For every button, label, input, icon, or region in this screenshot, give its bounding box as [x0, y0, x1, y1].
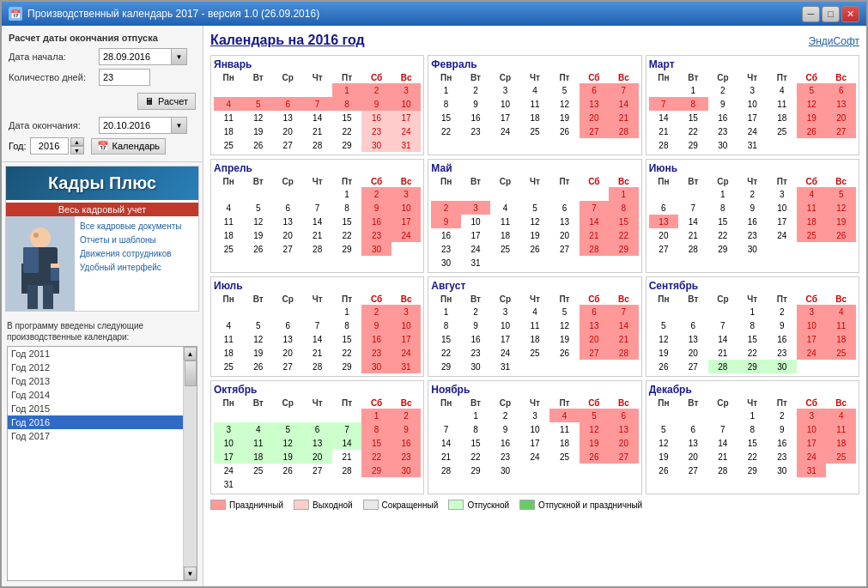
day-cell[interactable]: 4 — [214, 97, 243, 111]
day-cell[interactable]: 8 — [678, 97, 707, 111]
day-cell[interactable]: 19 — [243, 124, 272, 138]
day-cell[interactable]: 27 — [826, 124, 856, 138]
day-cell[interactable]: 7 — [431, 422, 460, 436]
day-cell[interactable]: 7 — [580, 201, 609, 215]
day-cell[interactable]: 16 — [461, 111, 490, 124]
day-cell[interactable]: 28 — [431, 464, 460, 477]
day-cell[interactable]: 23 — [490, 450, 519, 464]
day-cell[interactable]: 2 — [768, 305, 797, 318]
calendar-button[interactable]: 📅 Календарь — [91, 138, 167, 155]
day-cell[interactable]: 26 — [580, 450, 609, 464]
day-cell[interactable]: 10 — [392, 97, 422, 111]
day-cell[interactable]: 1 — [431, 83, 460, 97]
day-cell[interactable]: 15 — [678, 111, 707, 124]
day-cell[interactable]: 29 — [361, 464, 391, 477]
day-cell[interactable]: 16 — [461, 332, 490, 346]
day-cell[interactable]: 21 — [302, 346, 331, 360]
day-cell[interactable]: 31 — [797, 464, 826, 477]
day-cell[interactable]: 18 — [549, 436, 579, 450]
day-cell[interactable]: 31 — [392, 360, 422, 373]
day-cell[interactable]: 29 — [332, 242, 361, 256]
day-cell[interactable]: 25 — [797, 228, 826, 242]
day-cell[interactable]: 27 — [549, 242, 579, 256]
day-cell[interactable]: 8 — [609, 201, 639, 215]
day-cell[interactable]: 18 — [797, 215, 826, 228]
day-cell[interactable]: 27 — [273, 138, 302, 152]
day-cell[interactable]: 1 — [737, 305, 767, 318]
days-field[interactable] — [99, 69, 150, 86]
day-cell[interactable]: 7 — [649, 97, 678, 111]
day-cell[interactable]: 11 — [520, 97, 549, 111]
day-cell[interactable]: 3 — [392, 83, 422, 97]
day-cell[interactable]: 2 — [361, 305, 391, 318]
day-cell[interactable]: 22 — [431, 346, 460, 360]
day-cell[interactable]: 9 — [392, 422, 422, 436]
day-cell[interactable]: 18 — [214, 228, 243, 242]
day-cell[interactable]: 18 — [490, 228, 519, 242]
day-cell[interactable]: 6 — [678, 422, 707, 436]
day-cell[interactable]: 1 — [609, 187, 639, 201]
day-cell[interactable]: 22 — [431, 124, 460, 138]
day-cell[interactable]: 20 — [580, 111, 609, 124]
day-cell[interactable]: 4 — [214, 318, 243, 332]
day-cell[interactable]: 28 — [332, 464, 361, 477]
day-cell[interactable]: 12 — [549, 97, 579, 111]
day-cell[interactable]: 2 — [708, 83, 737, 97]
day-cell[interactable]: 1 — [332, 187, 361, 201]
day-cell[interactable]: 7 — [609, 305, 639, 318]
day-cell[interactable]: 15 — [737, 332, 767, 346]
day-cell[interactable]: 12 — [243, 215, 272, 228]
year-up-btn[interactable]: ▲ — [70, 137, 84, 146]
day-cell[interactable]: 9 — [708, 97, 737, 111]
day-cell[interactable]: 13 — [273, 332, 302, 346]
day-cell[interactable]: 14 — [678, 215, 707, 228]
day-cell[interactable]: 8 — [361, 422, 391, 436]
day-cell[interactable]: 23 — [431, 242, 460, 256]
day-cell[interactable]: 18 — [243, 450, 272, 464]
day-cell[interactable]: 28 — [609, 346, 639, 360]
day-cell[interactable]: 25 — [243, 464, 272, 477]
day-cell[interactable]: 14 — [609, 97, 639, 111]
day-cell[interactable]: 30 — [490, 464, 519, 477]
day-cell[interactable]: 25 — [768, 124, 797, 138]
day-cell[interactable]: 13 — [609, 422, 639, 436]
day-cell[interactable]: 5 — [520, 201, 549, 215]
day-cell[interactable]: 2 — [392, 409, 422, 422]
day-cell[interactable]: 15 — [431, 332, 460, 346]
day-cell[interactable]: 6 — [678, 318, 707, 332]
ad-link-2[interactable]: Отчеты и шаблоны — [80, 233, 181, 247]
day-cell[interactable]: 24 — [392, 228, 422, 242]
day-cell[interactable]: 25 — [826, 346, 856, 360]
day-cell[interactable]: 5 — [549, 305, 579, 318]
day-cell[interactable]: 20 — [580, 332, 609, 346]
day-cell[interactable]: 7 — [708, 422, 737, 436]
day-cell[interactable]: 21 — [609, 111, 639, 124]
day-cell[interactable]: 28 — [708, 464, 737, 477]
day-cell[interactable]: 14 — [302, 332, 331, 346]
day-cell[interactable]: 17 — [768, 215, 797, 228]
calendar-brand[interactable]: ЭндиСофт — [809, 35, 859, 47]
day-cell[interactable]: 22 — [461, 450, 490, 464]
day-cell[interactable]: 31 — [490, 360, 519, 373]
day-cell[interactable]: 26 — [549, 346, 579, 360]
day-cell[interactable]: 16 — [392, 436, 422, 450]
day-cell[interactable]: 6 — [609, 409, 639, 422]
day-cell[interactable]: 14 — [431, 436, 460, 450]
day-cell[interactable]: 18 — [214, 346, 243, 360]
day-cell[interactable]: 17 — [490, 111, 519, 124]
day-cell[interactable]: 11 — [520, 318, 549, 332]
year-item-2012[interactable]: Год 2012 — [8, 361, 183, 374]
day-cell[interactable]: 7 — [332, 422, 361, 436]
day-cell[interactable]: 15 — [708, 215, 737, 228]
day-cell[interactable]: 17 — [392, 332, 422, 346]
day-cell[interactable]: 28 — [580, 242, 609, 256]
day-cell[interactable]: 14 — [609, 318, 639, 332]
day-cell[interactable]: 16 — [361, 332, 391, 346]
day-cell[interactable]: 12 — [549, 318, 579, 332]
day-cell[interactable]: 21 — [332, 450, 361, 464]
day-cell[interactable]: 3 — [392, 187, 422, 201]
day-cell[interactable]: 23 — [737, 228, 767, 242]
day-cell[interactable]: 5 — [649, 422, 678, 436]
day-cell[interactable]: 29 — [461, 464, 490, 477]
day-cell[interactable]: 3 — [490, 83, 519, 97]
